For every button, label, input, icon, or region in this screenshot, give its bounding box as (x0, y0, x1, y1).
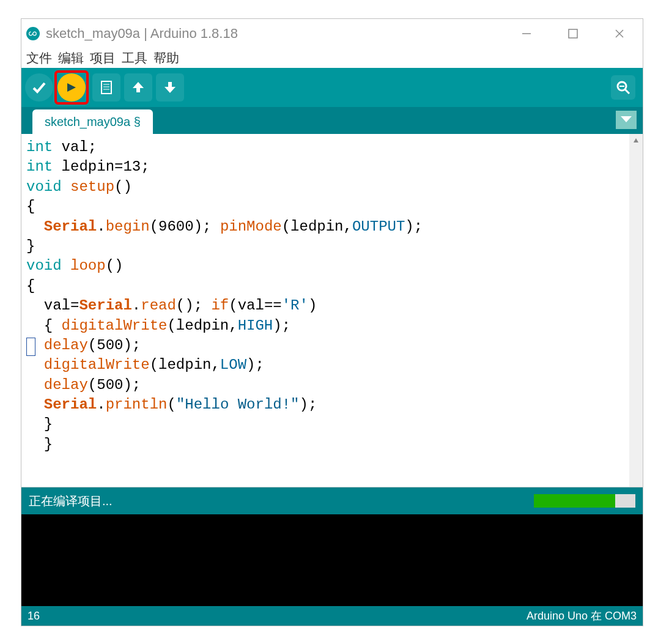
board-port: Arduino Uno 在 COM3 (527, 609, 637, 623)
arrow-up-icon (130, 80, 146, 95)
menu-sketch[interactable]: 项目 (87, 50, 118, 67)
svg-marker-12 (164, 87, 176, 93)
magnifier-icon (616, 80, 630, 95)
svg-rect-1 (569, 29, 577, 38)
arrow-right-icon (64, 80, 79, 95)
menu-file[interactable]: 文件 (24, 50, 54, 67)
tabstrip: sketch_may09a § (21, 107, 643, 134)
footer: 16 Arduino Uno 在 COM3 (21, 606, 643, 626)
svg-marker-4 (67, 83, 76, 92)
status-text: 正在编译项目... (29, 493, 113, 509)
open-sketch-button[interactable] (124, 73, 152, 102)
menu-help[interactable]: 帮助 (151, 50, 182, 67)
editor-area: int val; int ledpin=13; void setup() { S… (21, 134, 643, 487)
window-title: sketch_may09a | Arduino 1.8.18 (46, 26, 518, 42)
new-sketch-button[interactable] (92, 73, 120, 102)
svg-rect-5 (102, 81, 111, 94)
svg-marker-9 (133, 82, 144, 88)
minimize-button[interactable] (518, 25, 535, 42)
svg-marker-17 (634, 138, 638, 142)
upload-button-highlight (54, 70, 89, 105)
close-icon (614, 28, 625, 39)
maximize-icon (567, 28, 578, 39)
tab-label: sketch_may09a § (45, 115, 141, 129)
compile-progress (534, 494, 635, 508)
console-output[interactable] (21, 514, 643, 606)
menu-edit[interactable]: 编辑 (56, 50, 86, 67)
tab-menu-button[interactable] (616, 111, 637, 129)
compile-progress-fill (534, 494, 615, 508)
scroll-track[interactable] (629, 147, 643, 487)
scroll-up-arrow[interactable] (629, 134, 643, 147)
svg-line-14 (625, 89, 629, 94)
maximize-button[interactable] (564, 25, 582, 42)
save-sketch-button[interactable] (156, 73, 184, 102)
close-button[interactable] (611, 25, 628, 42)
arduino-window: sketch_may09a | Arduino 1.8.18 文件 编辑 项目 … (21, 18, 643, 626)
svg-marker-16 (621, 116, 632, 122)
minimize-icon (521, 28, 532, 39)
verify-button[interactable] (25, 73, 53, 102)
serial-monitor-button[interactable] (611, 75, 635, 100)
svg-rect-11 (168, 82, 172, 87)
code-editor[interactable]: int val; int ledpin=13; void setup() { S… (21, 134, 629, 487)
menubar: 文件 编辑 项目 工具 帮助 (21, 48, 643, 68)
chevron-up-icon (633, 138, 639, 144)
chevron-down-icon (621, 116, 632, 124)
new-file-icon (98, 80, 114, 95)
titlebar: sketch_may09a | Arduino 1.8.18 (21, 19, 643, 48)
statusbar: 正在编译项目... (21, 487, 643, 514)
vertical-scrollbar[interactable] (629, 134, 643, 487)
arrow-down-icon (162, 80, 178, 95)
tab-sketch[interactable]: sketch_may09a § (32, 109, 153, 134)
line-number: 16 (28, 610, 40, 623)
svg-rect-10 (136, 87, 140, 92)
menu-tools[interactable]: 工具 (119, 50, 150, 67)
upload-button[interactable] (57, 73, 86, 102)
check-icon (31, 80, 47, 95)
arduino-logo-icon (26, 27, 40, 40)
toolbar (21, 68, 643, 107)
